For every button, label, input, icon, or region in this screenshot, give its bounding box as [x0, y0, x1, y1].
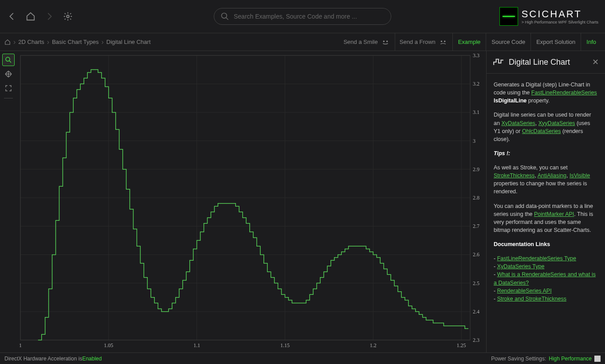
chevron-right-icon: ›	[46, 38, 50, 46]
doc-link[interactable]: XyDataSeries Type	[497, 263, 545, 270]
status-bar: DirectX Hardware Acceleration is Enabled…	[0, 352, 605, 364]
step-line-icon	[493, 56, 504, 68]
breadcrumb-item[interactable]: 2D Charts	[18, 39, 44, 45]
tab-example[interactable]: Example	[453, 33, 487, 51]
doc-link[interactable]: What is a RenderableSeries and what is a…	[494, 271, 596, 286]
chevron-right-icon: ›	[12, 38, 16, 46]
send-frown-button[interactable]: Send a Frown	[395, 33, 453, 51]
link-antialiasing[interactable]: AntiAliasing	[538, 172, 566, 179]
power-label: Power Saving Settings:	[491, 356, 546, 362]
directx-label: DirectX Hardware Acceleration is	[4, 356, 82, 362]
link-strokethickness[interactable]: StrokeThickness	[494, 172, 534, 179]
svg-point-1	[222, 13, 227, 19]
frown-icon	[438, 37, 448, 47]
tab-info[interactable]: Info	[581, 33, 605, 51]
info-panel: Digital Line Chart ✕ Generates a Digital…	[486, 51, 605, 352]
search-input[interactable]	[234, 13, 385, 20]
link-ohlc[interactable]: OhlcDataSeries	[522, 128, 561, 134]
send-smile-button[interactable]: Send a Smile	[339, 33, 395, 51]
link-pointmarker[interactable]: PointMarker API	[534, 211, 574, 217]
logo: SCICHART > High Performance WPF Silverli…	[499, 7, 598, 26]
pan-tool[interactable]	[2, 68, 15, 80]
tab-export-solution[interactable]: Export Solution	[531, 33, 581, 51]
chart-canvas	[17, 51, 486, 352]
svg-point-4	[441, 41, 442, 42]
doc-link[interactable]: RenderableSeries API	[497, 288, 552, 294]
doc-link[interactable]: FastLineRenderableSeries Type	[497, 255, 576, 262]
svg-point-3	[386, 41, 387, 42]
chevron-right-icon: ›	[100, 38, 104, 46]
panel-title: Digital Line Chart	[509, 58, 570, 67]
svg-point-6	[6, 57, 10, 61]
breadcrumb-item[interactable]: Digital Line Chart	[106, 39, 151, 45]
svg-point-5	[444, 41, 445, 42]
home-button[interactable]	[25, 11, 36, 22]
link-isvisible[interactable]: IsVisible	[570, 172, 590, 179]
settings-button[interactable]	[63, 11, 73, 22]
logo-tagline: > High Performance WPF Silverlight Chart…	[522, 20, 598, 24]
tool-strip	[0, 51, 17, 352]
separator	[4, 98, 13, 98]
link-fastline[interactable]: FastLineRenderableSeries	[531, 90, 597, 96]
power-settings-button[interactable]	[594, 356, 601, 362]
forward-button[interactable]	[44, 11, 55, 22]
search-box[interactable]	[214, 8, 391, 25]
search-icon	[220, 12, 229, 21]
documentation-links: FastLineRenderableSeries TypeXyDataSerie…	[494, 254, 598, 303]
chart-area[interactable]	[17, 51, 486, 352]
zoom-tool[interactable]	[2, 54, 15, 66]
top-bar: SCICHART > High Performance WPF Silverli…	[0, 0, 605, 33]
directx-state: Enabled	[82, 356, 102, 362]
back-button[interactable]	[7, 11, 17, 22]
doc-link[interactable]: Stroke and StrokeThickness	[497, 296, 566, 302]
tab-bar: › 2D Charts › Basic Chart Types › Digita…	[0, 33, 605, 51]
svg-point-0	[67, 15, 69, 18]
link-xydataseries[interactable]: XyDataSeries	[501, 120, 535, 126]
link-xyydataseries[interactable]: XyyDataSeries	[538, 120, 575, 126]
power-value: High Performance	[549, 356, 592, 362]
zoom-extents-tool[interactable]	[2, 82, 15, 94]
panel-body: Generates a Digital (step) Line-Chart in…	[487, 74, 605, 310]
breadcrumb-home[interactable]	[4, 39, 11, 45]
logo-name: SCICHART	[522, 8, 598, 20]
breadcrumb-item[interactable]: Basic Chart Types	[52, 39, 98, 45]
close-panel-button[interactable]: ✕	[592, 57, 599, 67]
tab-source-code[interactable]: Source Code	[486, 33, 531, 51]
smile-icon	[381, 37, 390, 47]
svg-point-2	[383, 41, 384, 42]
logo-icon	[499, 7, 518, 26]
breadcrumb: › 2D Charts › Basic Chart Types › Digita…	[0, 38, 151, 46]
